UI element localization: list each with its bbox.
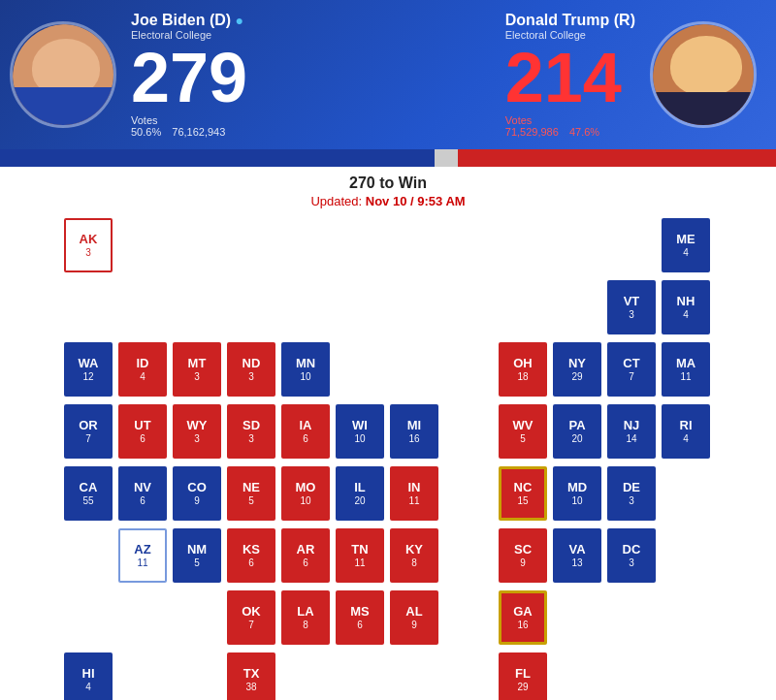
state-votes-WI: 10 — [354, 433, 365, 445]
state-abbr-HI: HI — [82, 666, 95, 682]
state-IL[interactable]: IL20 — [336, 466, 384, 521]
state-abbr-KS: KS — [242, 542, 260, 557]
trump-name: Donald Trump (R) — [505, 12, 635, 29]
state-votes-OH: 18 — [517, 371, 528, 383]
state-WA[interactable]: WA12 — [64, 342, 113, 397]
state-abbr-NE: NE — [242, 480, 260, 495]
state-OK[interactable]: OK7 — [227, 590, 275, 645]
state-abbr-NH: NH — [677, 294, 695, 309]
state-NM[interactable]: NM5 — [173, 528, 221, 583]
state-votes-CO: 9 — [194, 495, 200, 507]
state-abbr-AZ: AZ — [134, 542, 150, 557]
progress-bar — [0, 149, 776, 167]
biden-photo — [13, 24, 116, 128]
state-NY[interactable]: NY29 — [553, 342, 601, 397]
state-AZ[interactable]: AZ11 — [118, 528, 167, 583]
state-IA[interactable]: IA6 — [281, 404, 330, 459]
state-VA[interactable]: VA13 — [553, 528, 601, 583]
updated-prefix: Updated: — [310, 194, 365, 208]
state-DE[interactable]: DE3 — [607, 466, 656, 521]
state-DC[interactable]: DC3 — [607, 528, 656, 583]
state-NV[interactable]: NV6 — [118, 466, 167, 521]
state-NC[interactable]: NC15 — [499, 466, 547, 521]
state-UT[interactable]: UT6 — [118, 404, 167, 459]
state-KS[interactable]: KS6 — [227, 528, 275, 583]
state-WI[interactable]: WI10 — [336, 404, 384, 459]
state-votes-MD: 10 — [571, 495, 582, 507]
state-VT[interactable]: VT3 — [607, 280, 656, 334]
state-AR[interactable]: AR6 — [281, 528, 330, 583]
state-MS[interactable]: MS6 — [336, 590, 384, 645]
state-FL[interactable]: FL29 — [499, 652, 547, 700]
state-MO[interactable]: MO10 — [281, 466, 330, 521]
biden-info: Joe Biden (D) ● Electoral College 279 Vo… — [131, 12, 247, 138]
trump-votes-label: Votes — [505, 114, 533, 126]
state-CO[interactable]: CO9 — [173, 466, 221, 521]
state-NJ[interactable]: NJ14 — [607, 404, 656, 459]
state-votes-AK: 3 — [85, 247, 91, 259]
state-CT[interactable]: CT7 — [607, 342, 656, 397]
state-grid: AK3ME4VT3NH4WA12ID4MT3ND3MN10OH18NY29CT7… — [64, 218, 712, 700]
state-ID[interactable]: ID4 — [118, 342, 167, 397]
state-TX[interactable]: TX38 — [227, 652, 275, 700]
state-WV[interactable]: WV5 — [499, 404, 547, 459]
state-abbr-SC: SC — [514, 542, 532, 557]
state-votes-CT: 7 — [629, 371, 634, 383]
map-area: AK3ME4VT3NH4WA12ID4MT3ND3MN10OH18NY29CT7… — [0, 218, 776, 700]
state-votes-HI: 4 — [85, 682, 91, 693]
state-votes-NC: 15 — [517, 495, 528, 507]
state-abbr-ME: ME — [676, 232, 695, 247]
state-abbr-FL: FL — [515, 666, 531, 682]
biden-votes-count: 76,162,943 — [172, 126, 225, 138]
state-ME[interactable]: ME4 — [662, 218, 710, 272]
state-votes-IA: 6 — [303, 433, 308, 445]
trump-avatar — [650, 21, 757, 128]
trump-votes-count: 71,529,986 — [505, 126, 559, 138]
state-WY[interactable]: WY3 — [173, 404, 221, 459]
state-MA[interactable]: MA11 — [662, 342, 710, 397]
win-label: 270 to Win — [0, 167, 776, 194]
state-abbr-DE: DE — [623, 480, 640, 495]
state-votes-MA: 11 — [680, 371, 691, 383]
biden-ec-label: Electoral College — [131, 29, 247, 41]
state-ND[interactable]: ND3 — [227, 342, 275, 397]
state-SC[interactable]: SC9 — [499, 528, 547, 583]
state-abbr-NY: NY — [568, 356, 586, 371]
trump-photo — [653, 24, 757, 128]
state-abbr-WA: WA — [79, 356, 99, 371]
progress-blue — [0, 149, 435, 167]
state-abbr-GA: GA — [513, 604, 533, 620]
state-MI[interactable]: MI16 — [390, 404, 438, 459]
state-OR[interactable]: OR7 — [64, 404, 113, 459]
state-HI[interactable]: HI4 — [64, 652, 113, 700]
state-NE[interactable]: NE5 — [227, 466, 275, 521]
state-votes-NM: 5 — [194, 557, 200, 569]
state-PA[interactable]: PA20 — [553, 404, 601, 459]
state-GA[interactable]: GA16 — [499, 590, 547, 645]
state-CA[interactable]: CA55 — [64, 466, 113, 521]
state-RI[interactable]: RI4 — [662, 404, 710, 459]
state-OH[interactable]: OH18 — [499, 342, 547, 397]
updated-label: Updated: Nov 10 / 9:53 AM — [0, 194, 776, 218]
state-votes-NV: 6 — [140, 495, 146, 507]
state-MN[interactable]: MN10 — [281, 342, 330, 397]
state-LA[interactable]: LA8 — [281, 590, 330, 645]
state-IN[interactable]: IN11 — [390, 466, 438, 521]
state-MD[interactable]: MD10 — [553, 466, 601, 521]
updated-date: Nov 10 / 9:53 AM — [366, 194, 466, 208]
state-abbr-IL: IL — [354, 480, 366, 495]
state-SD[interactable]: SD3 — [227, 404, 275, 459]
state-NH[interactable]: NH4 — [662, 280, 710, 334]
state-abbr-AR: AR — [297, 542, 315, 557]
state-votes-MO: 10 — [300, 495, 310, 507]
state-TN[interactable]: TN11 — [336, 528, 384, 583]
state-KY[interactable]: KY8 — [390, 528, 438, 583]
state-abbr-OK: OK — [242, 604, 261, 620]
state-MT[interactable]: MT3 — [173, 342, 221, 397]
state-votes-MN: 10 — [300, 371, 310, 383]
state-AK[interactable]: AK3 — [64, 218, 113, 272]
state-abbr-ID: ID — [137, 356, 149, 371]
biden-votes-pct: 50.6% — [131, 126, 161, 138]
state-AL[interactable]: AL9 — [390, 590, 438, 645]
trump-votes: Votes 71,529,986 47.6% — [505, 114, 635, 138]
